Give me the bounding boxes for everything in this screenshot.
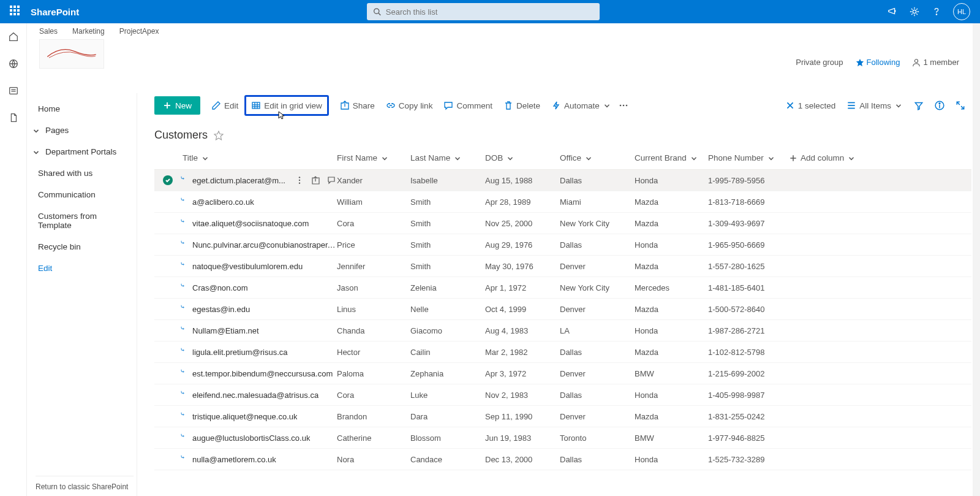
- share-row-icon[interactable]: [311, 176, 320, 185]
- cell-first: Paloma: [336, 369, 409, 378]
- more-button[interactable]: [619, 101, 628, 110]
- delete-label: Delete: [516, 101, 540, 110]
- title-cell[interactable]: ⤷egestas@in.edu: [181, 305, 336, 314]
- globe-icon[interactable]: [7, 58, 20, 70]
- col-office[interactable]: Office: [559, 153, 633, 162]
- copy-link-button[interactable]: Copy link: [386, 101, 433, 110]
- title-cell[interactable]: ⤷Nunc.pulvinar.arcu@conubianostraper.edu: [181, 240, 336, 250]
- tab-marketing[interactable]: Marketing: [72, 27, 105, 36]
- col-title[interactable]: Title: [181, 153, 336, 162]
- user-avatar[interactable]: HL: [953, 3, 970, 20]
- search-box[interactable]: [367, 3, 600, 20]
- title-cell[interactable]: ⤷augue@luctuslobortisClass.co.uk: [181, 433, 336, 443]
- title-cell[interactable]: ⤷Nullam@Etiam.net: [181, 326, 336, 335]
- title-cell[interactable]: ⤷vitae.aliquet@sociisnatoque.com: [181, 219, 336, 228]
- nav-pages[interactable]: Pages: [27, 120, 137, 141]
- nav-shared[interactable]: Shared with us: [27, 162, 137, 184]
- table-header: Title First Name Last Name DOB Office Cu…: [154, 147, 971, 170]
- col-brand[interactable]: Current Brand: [633, 153, 707, 162]
- ellipsis-vertical-icon[interactable]: [295, 176, 304, 185]
- col-last-name[interactable]: Last Name: [409, 153, 484, 162]
- table-row[interactable]: ⤷natoque@vestibulumlorem.eduJenniferSmit…: [154, 256, 971, 277]
- nav-label: Home: [38, 104, 60, 113]
- nav-edit[interactable]: Edit: [27, 258, 137, 279]
- row-select[interactable]: [154, 175, 181, 185]
- site-logo[interactable]: [39, 39, 104, 69]
- news-icon[interactable]: [7, 85, 20, 97]
- table-row[interactable]: ⤷est.tempor.bibendum@neccursusa.comPalom…: [154, 363, 971, 384]
- item-type-icon: ⤷: [180, 325, 185, 332]
- filter-button[interactable]: [914, 101, 924, 110]
- col-label: Phone Number: [708, 153, 764, 162]
- col-dob[interactable]: DOB: [484, 153, 559, 162]
- scrollbar[interactable]: [973, 23, 980, 496]
- expand-button[interactable]: [956, 101, 965, 110]
- nav-communication[interactable]: Communication: [27, 184, 137, 205]
- title-cell[interactable]: ⤷nulla@ametlorem.co.uk: [181, 455, 336, 464]
- megaphone-icon[interactable]: [887, 6, 898, 17]
- info-button[interactable]: [935, 101, 944, 110]
- col-first-name[interactable]: First Name: [336, 153, 409, 162]
- share-button[interactable]: Share: [340, 101, 375, 110]
- table-row[interactable]: ⤷a@aclibero.co.ukWilliamSmithApr 28, 198…: [154, 191, 971, 213]
- cell-phone: 1-481-185-6401: [707, 283, 788, 292]
- table-row[interactable]: ⤷ligula.elit.pretium@risus.caHectorCaili…: [154, 341, 971, 363]
- new-button[interactable]: New: [154, 96, 200, 115]
- plus-icon: [789, 154, 797, 162]
- title-cell[interactable]: ⤷ligula.elit.pretium@risus.ca: [181, 348, 336, 357]
- table-row[interactable]: ⤷vitae.aliquet@sociisnatoque.comCoraSmit…: [154, 213, 971, 234]
- table-row[interactable]: ⤷eleifend.nec.malesuada@atrisus.caCoraLu…: [154, 384, 971, 406]
- title-cell[interactable]: ⤷Cras@non.com: [181, 283, 336, 292]
- automate-button[interactable]: Automate: [551, 101, 611, 110]
- return-classic-link[interactable]: Return to classic SharePoint: [36, 476, 134, 491]
- chevron-down-icon: [201, 154, 209, 162]
- clear-selection-button[interactable]: 1 selected: [785, 101, 836, 110]
- table-row[interactable]: ⤷egestas@in.eduLinusNelleOct 4, 1999Denv…: [154, 299, 971, 320]
- list-title-text: Customers: [154, 129, 208, 142]
- home-icon[interactable]: [7, 31, 20, 43]
- cell-first: Chanda: [336, 326, 409, 335]
- table-row[interactable]: ⤷augue@luctuslobortisClass.co.ukCatherin…: [154, 427, 971, 449]
- app-launcher-icon[interactable]: [10, 6, 22, 18]
- comment-row-icon[interactable]: [327, 176, 336, 185]
- nav-department-portals[interactable]: Department Portals: [27, 141, 137, 162]
- edit-grid-view-button[interactable]: Edit in grid view: [244, 95, 329, 116]
- following-button[interactable]: Following: [856, 58, 900, 67]
- col-phone[interactable]: Phone Number: [707, 153, 788, 162]
- settings-icon[interactable]: [909, 6, 920, 17]
- cell-phone: 1-977-946-8825: [707, 433, 788, 443]
- delete-button[interactable]: Delete: [503, 101, 540, 110]
- file-icon[interactable]: [7, 112, 20, 124]
- cell-office: Dallas: [559, 391, 633, 400]
- comment-button[interactable]: Comment: [443, 101, 492, 110]
- add-column-button[interactable]: Add column: [788, 153, 861, 162]
- title-cell[interactable]: ⤷est.tempor.bibendum@neccursusa.com: [181, 369, 336, 378]
- title-cell[interactable]: ⤷tristique.aliquet@neque.co.uk: [181, 412, 336, 421]
- nav-customers-template[interactable]: Customers from Template: [27, 205, 137, 236]
- tab-sales[interactable]: Sales: [39, 27, 58, 36]
- tab-projectapex[interactable]: ProjectApex: [119, 27, 159, 36]
- search-input[interactable]: [386, 7, 594, 17]
- title-cell[interactable]: ⤷eleifend.nec.malesuada@atrisus.ca: [181, 391, 336, 400]
- app-name[interactable]: SharePoint: [31, 7, 79, 17]
- title-text: eleifend.nec.malesuada@atrisus.ca: [191, 391, 318, 400]
- table-row[interactable]: ⤷eget.dictum.placerat@m...XanderIsabelle…: [154, 170, 971, 191]
- title-cell[interactable]: ⤷natoque@vestibulumlorem.edu: [181, 262, 336, 271]
- cell-phone: 1-557-280-1625: [707, 262, 788, 271]
- table-row[interactable]: ⤷tristique.aliquet@neque.co.ukBrandonDar…: [154, 406, 971, 427]
- col-label: Title: [183, 153, 198, 162]
- table-row[interactable]: ⤷nulla@ametlorem.co.ukNoraCandaceDec 13,…: [154, 449, 971, 470]
- help-icon[interactable]: [931, 6, 942, 17]
- list-icon: [846, 101, 856, 110]
- star-outline-icon[interactable]: [214, 131, 224, 140]
- table-row[interactable]: ⤷Nunc.pulvinar.arcu@conubianostraper.edu…: [154, 234, 971, 256]
- member-count[interactable]: 1 member: [912, 58, 959, 67]
- table-row[interactable]: ⤷Cras@non.comJasonZeleniaApr 1, 1972New …: [154, 277, 971, 299]
- title-cell[interactable]: ⤷eget.dictum.placerat@m...: [181, 176, 336, 185]
- nav-home[interactable]: Home: [27, 98, 137, 120]
- title-cell[interactable]: ⤷a@aclibero.co.uk: [181, 197, 336, 207]
- nav-recycle[interactable]: Recycle bin: [27, 236, 137, 258]
- edit-button[interactable]: Edit: [211, 101, 238, 110]
- table-row[interactable]: ⤷Nullam@Etiam.netChandaGiacomoAug 4, 198…: [154, 320, 971, 341]
- view-selector[interactable]: All Items: [846, 101, 903, 110]
